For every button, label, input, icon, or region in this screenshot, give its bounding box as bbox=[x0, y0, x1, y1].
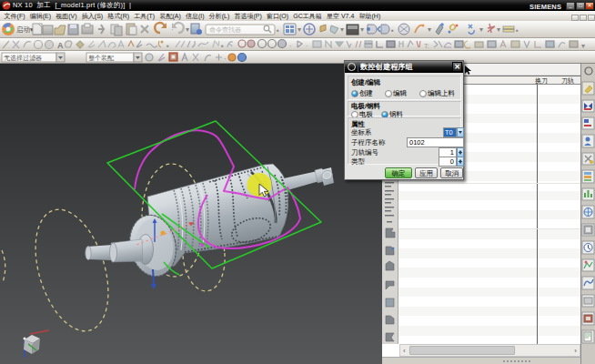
svg-text:▾: ▾ bbox=[298, 25, 301, 34]
svg-text:·: · bbox=[306, 42, 308, 50]
svg-text:▪: ▪ bbox=[391, 26, 394, 35]
svg-text:▾: ▾ bbox=[186, 25, 189, 34]
svg-text:▾: ▾ bbox=[360, 25, 364, 34]
svg-text:▾: ▾ bbox=[428, 25, 431, 34]
svg-text:整个装配: 整个装配 bbox=[88, 55, 114, 62]
svg-text:▪: ▪ bbox=[221, 42, 224, 50]
svg-text:·: · bbox=[289, 42, 292, 50]
svg-text:▪: ▪ bbox=[166, 42, 169, 50]
svg-text:▾: ▾ bbox=[497, 25, 500, 34]
svg-text:▪: ▪ bbox=[277, 26, 279, 35]
svg-text:▾: ▾ bbox=[479, 25, 483, 34]
svg-text:▾: ▾ bbox=[340, 25, 344, 34]
svg-text:▾: ▾ bbox=[581, 42, 585, 50]
svg-text:命令查找器: 命令查找器 bbox=[209, 26, 241, 34]
svg-text:▪: ▪ bbox=[516, 26, 519, 35]
svg-text:启动▾: 启动▾ bbox=[16, 25, 34, 34]
svg-text:A: A bbox=[57, 41, 64, 50]
svg-text:·: · bbox=[224, 55, 227, 63]
svg-text:T:: T: bbox=[424, 42, 429, 50]
svg-text:无选择过滤器: 无选择过滤器 bbox=[4, 55, 42, 62]
